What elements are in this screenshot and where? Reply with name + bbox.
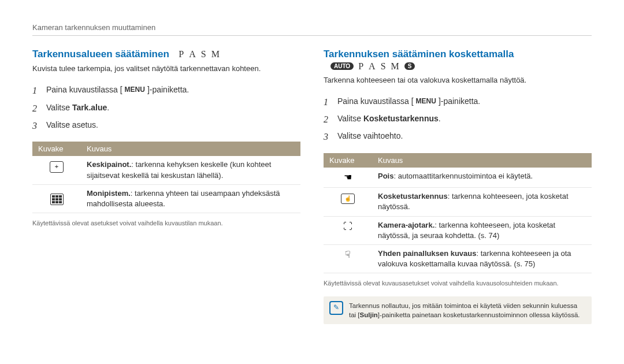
steps-list: 1 Paina kuvaustilassa [MENU]-painiketta.…	[324, 94, 592, 146]
step-text: Valitse	[46, 103, 72, 112]
icon-description-table: Kuvake Kuvaus ☚ Pois: automaattitarkennu…	[324, 153, 592, 274]
row-title: Pois	[378, 172, 393, 180]
section-title: Tarkennuksen säätäminen koskettamalla	[324, 49, 514, 60]
footnote: Käytettävissä olevat kuvausasetukset voi…	[324, 279, 592, 288]
touch-focus-icon: ☝	[324, 188, 372, 216]
row-title: Kosketustarkennus	[378, 192, 448, 200]
table-row: ☟ Yhden painalluksen kuvaus: tarkenna ko…	[324, 245, 592, 273]
step-number: 2	[32, 100, 40, 117]
section-header: Tarkennuksen säätäminen koskettamalla AU…	[324, 49, 592, 72]
table-row: Monipistem.: tarkenna yhteen tai useampa…	[32, 184, 300, 213]
step-text: Paina kuvaustilassa [	[337, 96, 414, 106]
step-text: Valitse asetus.	[46, 117, 98, 135]
center-weight-icon: +	[32, 156, 81, 184]
step-text: .	[439, 114, 441, 123]
step-2: 2 Valitse Kosketustarkennus.	[324, 111, 592, 128]
page: Kameran tarkennuksen muuttaminen Tarkenn…	[0, 0, 624, 364]
step-2: 2 Valitse Tark.alue.	[32, 100, 300, 117]
multi-point-icon	[32, 184, 81, 213]
col-header-desc: Kuvaus	[81, 142, 300, 156]
steps-list: 1 Paina kuvaustilassa [MENU]-painiketta.…	[32, 82, 300, 135]
mode-m: M	[391, 61, 400, 72]
step-3: 3 Valitse vaihtoehto.	[324, 128, 592, 146]
col-header-icon: Kuvake	[324, 153, 372, 168]
mode-m: M	[211, 49, 220, 60]
step-number: 3	[32, 117, 40, 135]
mode-s: S	[381, 61, 387, 72]
mode-a: A	[189, 49, 196, 60]
step-number: 2	[324, 111, 332, 128]
icon-description-table: Kuvake Kuvaus + Keskipainot.: tarkenna k…	[32, 142, 300, 213]
col-header-icon: Kuvake	[32, 142, 81, 156]
step-text: ]-painiketta.	[147, 85, 189, 94]
step-number: 1	[32, 82, 40, 99]
right-column: Tarkennuksen säätäminen koskettamalla AU…	[324, 49, 592, 324]
section-title: Tarkennusalueen säätäminen	[32, 49, 169, 60]
two-column-layout: Tarkennusalueen säätäminen P A S M Kuvis…	[32, 49, 592, 324]
step-text: ]-painiketta.	[439, 96, 480, 106]
intro-text: Kuvista tulee tarkempia, jos valitset nä…	[32, 64, 300, 74]
mode-a: A	[369, 61, 376, 72]
note-box: ✎ Tarkennus nollautuu, jos mitään toimin…	[324, 296, 592, 324]
tracking-focus-icon: ⛶	[324, 216, 372, 244]
step-bold: Tark.alue	[72, 103, 107, 112]
mode-p: P	[179, 49, 184, 60]
step-text: Valitse	[337, 114, 363, 123]
note-icon: ✎	[329, 301, 343, 315]
note-text: Tarkennus nollautuu, jos mitään toiminto…	[349, 301, 586, 320]
mode-indicator: P A S M	[179, 49, 220, 60]
menu-button-label: MENU	[414, 95, 439, 108]
mode-s-pill: S	[404, 62, 415, 70]
step-bold: Kosketustarkennus	[363, 114, 439, 123]
table-row: + Keskipainot.: tarkenna kehyksen keskel…	[32, 156, 300, 184]
row-desc: : automaattitarkennustoimintoa ei käytet…	[393, 172, 533, 180]
step-1: 1 Paina kuvaustilassa [MENU]-painiketta.	[32, 82, 300, 99]
mode-indicator: AUTO P A S M S	[330, 61, 415, 72]
left-column: Tarkennusalueen säätäminen P A S M Kuvis…	[32, 49, 300, 324]
table-row: ☝ Kosketustarkennus: tarkenna kohteeseen…	[324, 188, 592, 216]
row-title: Keskipainot.	[87, 160, 131, 169]
row-title: Kamera-ajotark.	[378, 221, 434, 229]
intro-text: Tarkenna kohteeseen tai ota valokuva kos…	[324, 75, 592, 86]
one-touch-shot-icon: ☟	[324, 245, 372, 273]
hand-off-icon: ☚	[324, 168, 372, 188]
row-title: Yhden painalluksen kuvaus	[378, 249, 477, 258]
table-row: ☚ Pois: automaattitarkennustoimintoa ei …	[324, 168, 592, 188]
footnote: Käytettävissä olevat asetukset voivat va…	[32, 219, 300, 228]
menu-button-label: MENU	[122, 83, 147, 96]
row-title: Monipistem.	[87, 189, 131, 198]
mode-auto: AUTO	[330, 62, 354, 70]
mode-s: S	[201, 49, 207, 60]
step-3: 3 Valitse asetus.	[32, 117, 300, 135]
breadcrumb: Kameran tarkennuksen muuttaminen	[32, 23, 592, 36]
step-1: 1 Paina kuvaustilassa [MENU]-painiketta.	[324, 94, 592, 111]
table-row: ⛶ Kamera-ajotark.: tarkenna kohteeseen, …	[324, 216, 592, 244]
step-number: 3	[324, 128, 332, 146]
step-text: .	[107, 103, 109, 112]
step-text: Valitse vaihtoehto.	[337, 128, 403, 146]
col-header-desc: Kuvaus	[372, 153, 592, 168]
step-text: Paina kuvaustilassa [	[46, 85, 122, 94]
section-header: Tarkennusalueen säätäminen P A S M	[32, 49, 300, 60]
mode-p: P	[358, 61, 364, 72]
step-number: 1	[324, 94, 332, 111]
